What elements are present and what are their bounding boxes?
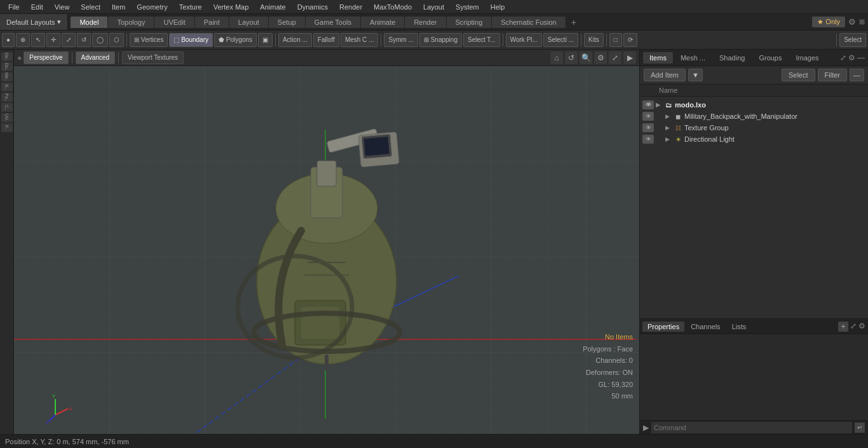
tb-globe-btn[interactable]: ⊕: [16, 33, 30, 47]
tb-symm-btn[interactable]: Symm ...: [384, 33, 417, 47]
items-collapse-btn[interactable]: —: [850, 69, 864, 81]
left-sidebar-item-2[interactable]: Me..: [1, 72, 13, 81]
panel-minus-icon[interactable]: —: [857, 53, 865, 62]
left-sidebar-item-3[interactable]: E..: [1, 83, 13, 92]
layout-settings-icon[interactable]: ⚙: [848, 17, 856, 27]
viewport-toggle-icon[interactable]: ●: [17, 53, 22, 62]
star-only-button[interactable]: ★ Only: [812, 17, 845, 27]
layout-tab-layout[interactable]: Layout: [229, 17, 268, 28]
prop-tab-channels[interactable]: Channels: [686, 322, 725, 332]
menu-item-render[interactable]: Render: [334, 2, 367, 12]
left-sidebar-item-5[interactable]: C..: [1, 103, 13, 112]
left-sidebar-item-1[interactable]: Du..: [1, 62, 13, 71]
panel-tab-mesh-...[interactable]: Mesh ...: [674, 52, 712, 64]
perspective-button[interactable]: Perspective: [24, 51, 68, 64]
vp-home-icon[interactable]: ⌂: [550, 51, 563, 64]
panel-tab-items[interactable]: Items: [643, 52, 673, 64]
tree-eye-backpack[interactable]: 👁: [642, 112, 654, 121]
default-layouts-dropdown[interactable]: Default Layouts ▾: [0, 14, 68, 30]
menu-item-file[interactable]: File: [3, 2, 25, 12]
menu-item-geometry[interactable]: Geometry: [132, 2, 172, 12]
command-input[interactable]: [651, 422, 852, 433]
menu-item-help[interactable]: Help: [485, 2, 510, 12]
tb-falloff-btn[interactable]: Falloff: [313, 33, 339, 47]
prop-tab-lists[interactable]: Lists: [727, 322, 752, 332]
layout-tab-uvedit[interactable]: UVEdit: [154, 17, 194, 28]
add-item-dropdown[interactable]: ▼: [688, 69, 703, 81]
vp-expand-icon[interactable]: ⤢: [609, 51, 621, 64]
tb-resize-btn[interactable]: ⤢: [62, 33, 76, 47]
tb-boundary-btn[interactable]: ⬚ Boundary: [169, 33, 213, 47]
menu-item-select[interactable]: Select: [76, 2, 105, 12]
vp-search-icon[interactable]: 🔍: [580, 51, 592, 64]
tree-item-root[interactable]: 👁 ▶ 🗂 modo.lxo: [640, 99, 868, 111]
menu-item-dynamics[interactable]: Dynamics: [292, 2, 333, 12]
tb-dot-btn[interactable]: ●: [2, 33, 15, 47]
viewport-canvas[interactable]: X Y Z No Items Polygons : Face Channels:…: [14, 66, 639, 434]
tree-expand-root[interactable]: ▶: [656, 102, 662, 108]
layout-tab-scripting[interactable]: Scripting: [447, 17, 492, 28]
layout-tab-render[interactable]: Render: [405, 17, 445, 28]
tree-item-light[interactable]: 👁 ▶ ☀ Directional Light: [640, 133, 868, 145]
menu-item-maxtomodo[interactable]: MaxToModo: [369, 2, 417, 12]
tree-eye-texture[interactable]: 👁: [642, 123, 654, 132]
tree-expand-texture[interactable]: ▶: [665, 125, 672, 131]
layout-maximize-icon[interactable]: ⊞: [859, 18, 865, 26]
layout-tab-setup[interactable]: Setup: [269, 17, 305, 28]
tb-rotate-btn[interactable]: ↺: [77, 33, 91, 47]
left-sidebar-item-6[interactable]: UV..: [1, 113, 13, 122]
menu-item-edit[interactable]: Edit: [26, 2, 48, 12]
menu-item-animate[interactable]: Animate: [255, 2, 290, 12]
viewport-textures-button[interactable]: Viewport Textures: [122, 51, 184, 64]
advanced-button[interactable]: Advanced: [76, 51, 115, 64]
tree-expand-backpack[interactable]: ▶: [665, 113, 672, 119]
tb-move-btn[interactable]: ✛: [46, 33, 60, 47]
layout-tab-schematic-fusion[interactable]: Schematic Fusion: [492, 17, 565, 28]
tb-icon2-btn[interactable]: ⟳: [623, 33, 637, 47]
tb-cursor-btn[interactable]: ↖: [31, 33, 45, 47]
tb-mesh-mode-btn[interactable]: ▣: [258, 33, 273, 47]
layout-tab-topology[interactable]: Topology: [108, 17, 154, 28]
vp-refresh-icon[interactable]: ↺: [565, 51, 578, 64]
tb-kits-btn[interactable]: Kits: [584, 33, 604, 47]
layout-tab-paint[interactable]: Paint: [195, 17, 229, 28]
tree-eye-root[interactable]: 👁: [642, 100, 654, 109]
menu-item-system[interactable]: System: [451, 2, 484, 12]
tb-snapping-btn[interactable]: ⊞ Snapping: [419, 33, 462, 47]
vp-settings-icon[interactable]: ⚙: [594, 51, 607, 64]
tree-item-texture-group[interactable]: 👁 ▶ ☷ Texture Group: [640, 122, 868, 133]
tb-icon1-btn[interactable]: □: [609, 33, 622, 47]
tree-expand-light[interactable]: ▶: [665, 136, 672, 142]
panel-settings-icon[interactable]: ⚙: [848, 53, 855, 62]
menu-item-vertex map[interactable]: Vertex Map: [208, 2, 254, 12]
prop-settings-icon[interactable]: ⚙: [858, 322, 865, 332]
filter-button[interactable]: Filter: [818, 69, 847, 81]
tb-vertices-btn[interactable]: ⊞ Vertices: [130, 33, 168, 47]
panel-tab-images[interactable]: Images: [789, 52, 825, 64]
tb-polygons-btn[interactable]: ⬟ Polygons: [214, 33, 257, 47]
layout-add-tab-button[interactable]: +: [566, 16, 581, 29]
vp-more-icon[interactable]: ▶: [623, 51, 636, 64]
tb-select-right-btn[interactable]: Select: [839, 33, 866, 47]
prop-tab-properties[interactable]: Properties: [642, 322, 684, 332]
menu-item-texture[interactable]: Texture: [174, 2, 207, 12]
tb-selecti-btn[interactable]: Selecti ...: [543, 33, 578, 47]
add-item-button[interactable]: Add Item: [644, 69, 686, 81]
layout-tab-model[interactable]: Model: [71, 17, 107, 28]
left-sidebar-item-4[interactable]: Po..: [1, 93, 13, 102]
tb-work-pl-btn[interactable]: Work Pl...: [506, 33, 542, 47]
tb-select-t-btn[interactable]: Select T...: [463, 33, 500, 47]
tb-action-btn[interactable]: Action ...: [278, 33, 312, 47]
layout-tab-animate[interactable]: Animate: [361, 17, 404, 28]
menu-item-item[interactable]: Item: [107, 2, 130, 12]
left-sidebar-item-0[interactable]: De..: [1, 52, 13, 61]
left-sidebar-item-7[interactable]: F..: [1, 123, 13, 132]
tb-mesh-c-btn[interactable]: Mesh C ...: [341, 33, 379, 47]
panel-expand-icon[interactable]: ⤢: [840, 53, 846, 62]
prop-expand-icon[interactable]: ⤢: [850, 322, 857, 332]
menu-item-view[interactable]: View: [50, 2, 75, 12]
panel-tab-groups[interactable]: Groups: [752, 52, 788, 64]
panel-tab-shading[interactable]: Shading: [713, 52, 751, 64]
menu-item-layout[interactable]: Layout: [418, 2, 449, 12]
tree-eye-light[interactable]: 👁: [642, 135, 654, 144]
